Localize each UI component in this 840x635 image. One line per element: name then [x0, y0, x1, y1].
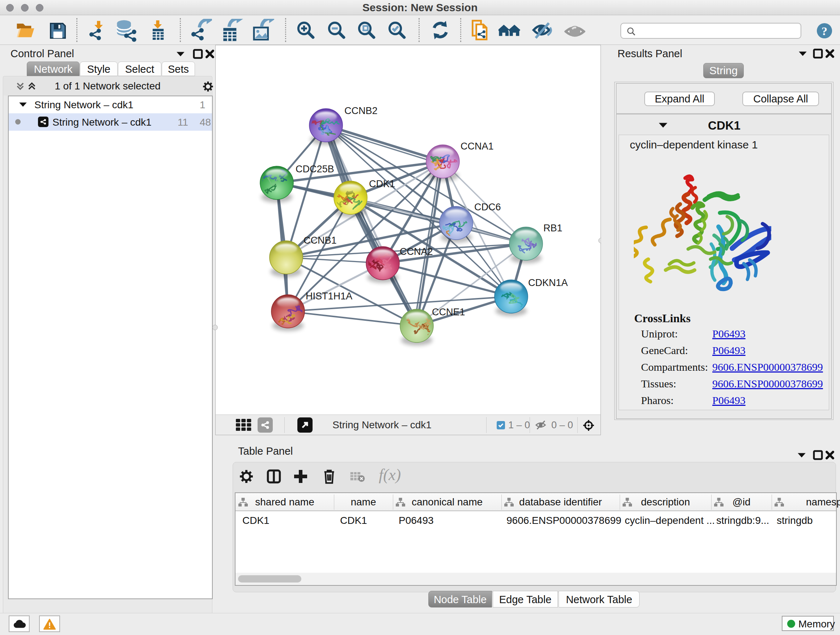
svg-text:CCNE1: CCNE1: [432, 307, 465, 318]
svg-text:RB1: RB1: [543, 223, 562, 233]
svg-text:HIST1H1A: HIST1H1A: [306, 291, 352, 302]
svg-text:CCNB2: CCNB2: [344, 105, 378, 116]
svg-text:CDKN1A: CDKN1A: [528, 277, 568, 288]
svg-text:CDC25B: CDC25B: [295, 164, 334, 174]
svg-text:CDK1: CDK1: [369, 179, 395, 189]
svg-text:CCNA2: CCNA2: [400, 246, 433, 257]
svg-text:CCNB1: CCNB1: [303, 235, 337, 246]
svg-text:?: ?: [821, 25, 827, 38]
svg-text:CCNA1: CCNA1: [461, 141, 494, 152]
svg-text:CDC6: CDC6: [474, 202, 501, 212]
